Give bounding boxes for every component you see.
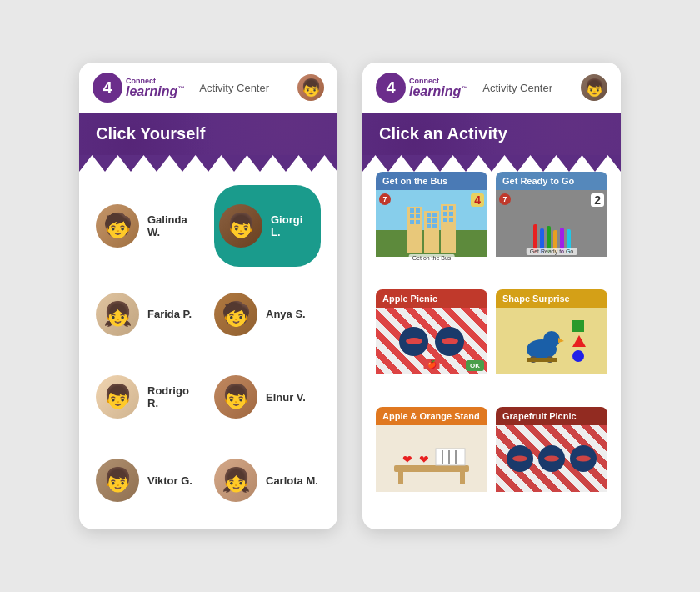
- activity-title-apple: Apple Picnic: [376, 289, 488, 308]
- activity-thumb-grapefruit: [496, 425, 608, 492]
- name-galinda: Galinda W.: [148, 213, 202, 238]
- square-shape: [572, 320, 584, 332]
- avatar-galinda: 🧒: [96, 204, 139, 248]
- apple-label: 🍎: [424, 359, 440, 369]
- activity-thumb-ready: 7 2 Get Ready to Go: [496, 190, 608, 257]
- logo-right: 4 Connect learning™: [376, 73, 468, 103]
- activity-thumb-shape: [496, 308, 608, 374]
- banner-jagged-right: [362, 155, 621, 172]
- stand-svg: ❤ ❤: [390, 432, 473, 486]
- logo-text-right: Connect learning™: [409, 78, 468, 98]
- ready-number-badge: 7: [499, 193, 511, 205]
- grapefruit1: [507, 445, 533, 472]
- student-giorgi[interactable]: 👦 Giorgi L.: [214, 185, 321, 267]
- activity-title-shape: Shape Surprise: [496, 289, 608, 308]
- left-header: 4 Connect learning™ Activity Center 👦: [79, 63, 338, 113]
- bus-number-display: 4: [471, 193, 484, 207]
- building3: [441, 204, 456, 253]
- svg-rect-9: [460, 472, 465, 484]
- student-anya[interactable]: 🧒 Anya S.: [214, 278, 321, 350]
- shapes-panel: [572, 320, 586, 362]
- right-card: 4 Connect learning™ Activity Center 👦 Cl…: [362, 63, 621, 529]
- student-elnur[interactable]: 👦 Elnur V.: [214, 362, 321, 434]
- right-header: 4 Connect learning™ Activity Center 👦: [362, 63, 621, 113]
- left-banner: Click Yourself: [79, 113, 338, 155]
- svg-rect-3: [543, 339, 553, 351]
- left-card: 4 Connect learning™ Activity Center 👦 Cl…: [79, 63, 338, 529]
- right-title: Click an Activity: [379, 124, 604, 143]
- svg-rect-8: [398, 472, 403, 484]
- building2: [424, 211, 439, 253]
- avatar-farida: 👧: [96, 293, 139, 336]
- logo-text: Connect learning™: [126, 78, 184, 98]
- name-giorgi: Giorgi L.: [271, 213, 309, 238]
- avatar-viktor: 👦: [96, 459, 139, 502]
- student-rodrigo[interactable]: 👦 Rodrigo R.: [96, 362, 202, 434]
- logo-learning-text: learning™: [126, 85, 184, 98]
- ready-label-overlay: Get Ready to Go: [527, 248, 578, 255]
- grapefruit2: [538, 445, 565, 472]
- activity-thumb-bus: 7 4 ×: [376, 190, 488, 257]
- activity-get-on-bus[interactable]: Get on the Bus: [376, 172, 488, 263]
- grapefruit-scene: [496, 425, 608, 492]
- header-avatar-left[interactable]: 👦: [298, 74, 324, 101]
- triangle-shape: [572, 335, 586, 347]
- activity-title-ready: Get Ready to Go: [496, 172, 608, 190]
- svg-marker-2: [558, 338, 564, 343]
- svg-text:❤: ❤: [419, 453, 429, 466]
- ready-number-display: 2: [591, 193, 604, 207]
- duck-svg: [518, 316, 568, 366]
- activity-thumb-apple: 🍎 OK: [376, 308, 488, 374]
- activity-title-bus: Get on the Bus: [376, 172, 488, 190]
- bus-number-badge: 7: [379, 193, 391, 205]
- logo-number: 4: [102, 79, 112, 96]
- avatar-rodrigo: 👦: [96, 375, 139, 419]
- logo-circle-right: 4: [376, 73, 406, 103]
- activity-grid: Get on the Bus: [362, 172, 621, 529]
- left-title: Click Yourself: [96, 124, 321, 143]
- name-rodrigo: Rodrigo R.: [148, 384, 202, 409]
- activity-shape-surprise[interactable]: Shape Surprise: [496, 289, 608, 381]
- activity-title-grapefruit: Grapefruit Picnic: [496, 407, 608, 425]
- student-farida[interactable]: 👧 Farida P.: [96, 278, 202, 350]
- avatar-giorgi: 👦: [219, 204, 262, 248]
- svg-text:❤: ❤: [402, 453, 412, 466]
- activity-grapefruit[interactable]: Grapefruit Picnic: [496, 407, 608, 499]
- svg-rect-7: [394, 465, 469, 472]
- header-avatar-right[interactable]: 👦: [581, 74, 608, 101]
- avatar-anya: 🧒: [214, 293, 258, 336]
- circle-shape: [572, 350, 584, 362]
- logo: 4 Connect learning™: [92, 73, 184, 103]
- activity-stand[interactable]: Apple & Orange Stand ❤ ❤: [376, 407, 488, 499]
- avatar-carlota: 👧: [214, 459, 258, 502]
- activity-get-ready[interactable]: Get Ready to Go 7 2 Get Ready to Go: [496, 172, 608, 263]
- apple-ok-btn[interactable]: OK: [466, 360, 484, 371]
- pie1: [399, 327, 428, 356]
- svg-rect-6: [527, 358, 557, 362]
- activity-title-stand: Apple & Orange Stand: [376, 407, 488, 425]
- grapefruit3: [570, 445, 597, 472]
- shape-scene: [496, 308, 608, 374]
- student-galinda[interactable]: 🧒 Galinda W.: [96, 185, 202, 267]
- activity-apple-picnic[interactable]: Apple Picnic 🍎 OK: [376, 289, 488, 381]
- header-title-left: Activity Center: [199, 82, 289, 94]
- name-anya: Anya S.: [266, 308, 306, 320]
- stand-scene: ❤ ❤: [376, 425, 488, 492]
- bus-label-overlay: Get on the Bus: [409, 254, 455, 262]
- logo-tm: ™: [178, 84, 184, 92]
- name-elnur: Elnur V.: [266, 391, 306, 404]
- avatar-elnur: 👦: [214, 375, 258, 419]
- pie2: [435, 327, 464, 356]
- svg-rect-12: [436, 449, 465, 465]
- student-viktor[interactable]: 👦 Viktor G.: [96, 444, 202, 516]
- logo-number-right: 4: [386, 79, 395, 96]
- student-carlota[interactable]: 👧 Carlota M.: [214, 444, 321, 516]
- right-banner: Click an Activity: [362, 113, 621, 155]
- logo-learning-right: learning™: [409, 85, 468, 98]
- building1: [408, 207, 422, 253]
- name-farida: Farida P.: [148, 308, 192, 320]
- header-title-right: Activity Center: [482, 82, 572, 94]
- name-carlota: Carlota M.: [266, 474, 318, 487]
- logo-circle: 4: [92, 73, 122, 103]
- banner-jagged-left: [79, 155, 338, 172]
